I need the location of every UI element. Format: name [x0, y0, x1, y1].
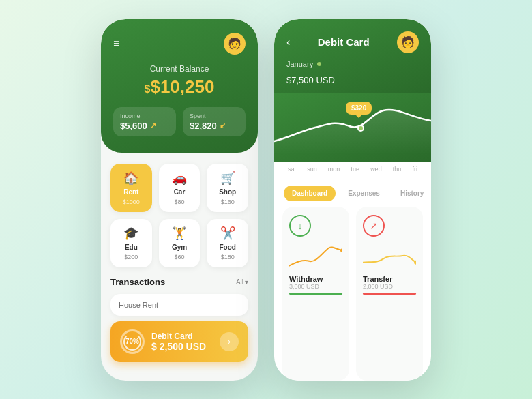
month-label: January — [286, 60, 313, 68]
cat-gym-amount: $60 — [174, 254, 184, 261]
tx-debit-name: Debit Card — [151, 331, 213, 341]
income-label: Income — [120, 113, 169, 119]
cat-rent[interactable]: 🏠 Rent $1000 — [110, 164, 152, 212]
tab-dashboard[interactable]: Dashboard — [284, 186, 336, 201]
spent-box: Spent $2,820 ↙ — [183, 107, 246, 136]
tx-house-rent[interactable]: House Rent — [110, 294, 248, 316]
withdraw-chart — [289, 242, 342, 269]
phones-container: ≡ 🧑 Current Balance $$10,250 Income $5,6… — [101, 19, 431, 381]
transfer-chart — [363, 242, 416, 269]
all-filter[interactable]: All ▾ — [236, 278, 248, 286]
cat-car-name: Car — [174, 188, 186, 196]
transfer-icon: ↗ — [363, 215, 385, 237]
spent-label: Spent — [190, 113, 239, 119]
cat-shop-name: Shop — [219, 188, 236, 196]
shop-icon: 🛒 — [220, 171, 235, 186]
category-grid: 🏠 Rent $1000 🚗 Car $80 🛒 Shop $160 🎓 Edu… — [101, 153, 258, 274]
day-mon: mon — [328, 166, 340, 173]
spent-down-icon: ↙ — [220, 121, 226, 130]
svg-point-0 — [340, 248, 342, 252]
cat-food[interactable]: ✂️ Food $180 — [207, 219, 248, 267]
edu-icon: 🎓 — [123, 226, 138, 241]
tx-arrow-button[interactable]: › — [220, 332, 239, 351]
withdraw-bar — [289, 293, 342, 295]
cat-rent-name: Rent — [123, 188, 138, 196]
debit-card-title: Debit Card — [318, 36, 370, 48]
food-icon: ✂️ — [220, 226, 235, 241]
tx-info: Debit Card $ 2,500 USD — [151, 331, 213, 352]
cat-food-amount: $180 — [221, 254, 235, 261]
chart-tooltip: $320 — [346, 102, 372, 115]
transactions-title: Transactions — [110, 277, 165, 287]
transfer-card: ↗ Transfer 2,000 USD — [356, 207, 423, 381]
month-dot-icon — [317, 62, 321, 66]
transactions-section: Transactions All ▾ House Rent 70% Debit … — [101, 274, 258, 374]
balance-amount: $$10,250 — [113, 76, 246, 98]
tab-history[interactable]: History — [392, 186, 431, 201]
tx-debit-amount: $ 2,500 USD — [151, 341, 213, 352]
cat-gym-name: Gym — [172, 243, 187, 251]
chart-days-row: sat sun mon tue wed thu fri — [274, 162, 431, 177]
tabs-row: Dashboard Expenses History — [274, 177, 431, 207]
cat-shop-amount: $160 — [221, 198, 235, 205]
withdraw-card: ↓ Withdraw 3,000 USD — [282, 207, 349, 381]
income-spent-row: Income $5,600 ↗ Spent $2,820 ↙ — [113, 107, 246, 136]
tx-debit-card[interactable]: 70% Debit Card $ 2,500 USD › — [110, 321, 248, 362]
income-up-icon: ↗ — [150, 121, 156, 130]
day-thu: thu — [393, 166, 402, 173]
filter-chevron-icon: ▾ — [245, 278, 248, 286]
transfer-label: Transfer — [363, 275, 416, 283]
balance-label: Current Balance — [113, 64, 246, 74]
cat-gym[interactable]: 🏋️ Gym $60 — [159, 219, 201, 267]
day-wed: wed — [370, 166, 382, 173]
transfer-line-chart — [363, 242, 416, 269]
transactions-header: Transactions All ▾ — [110, 277, 248, 287]
right-balance: $7,500 USD — [286, 71, 419, 87]
tab-expenses[interactable]: Expenses — [340, 186, 388, 201]
day-sun: sun — [307, 166, 317, 173]
day-sat: sat — [288, 166, 296, 173]
header-row: ≡ 🧑 — [113, 33, 246, 55]
cat-car[interactable]: 🚗 Car $80 — [159, 164, 201, 212]
menu-icon[interactable]: ≡ — [113, 38, 119, 50]
chart-dot-icon — [357, 125, 364, 132]
right-top-green: ‹ Debit Card 🧑 January $7,500 USD — [274, 19, 431, 93]
cat-edu-amount: $200 — [124, 254, 138, 261]
cat-food-name: Food — [219, 243, 235, 251]
cat-car-amount: $80 — [174, 198, 184, 205]
withdraw-line-chart — [289, 242, 342, 269]
month-row: January — [286, 60, 419, 68]
back-button[interactable]: ‹ — [286, 36, 290, 48]
chart-area: $320 — [274, 93, 431, 162]
income-value: $5,600 ↗ — [120, 121, 169, 131]
avatar[interactable]: 🧑 — [224, 33, 246, 55]
transfer-bar — [363, 293, 416, 295]
tx-house-rent-name: House Rent — [119, 301, 158, 309]
withdraw-amount: 3,000 USD — [289, 283, 342, 290]
car-icon: 🚗 — [172, 171, 187, 186]
gym-icon: 🏋️ — [172, 226, 187, 241]
spent-value: $2,820 ↙ — [190, 121, 239, 131]
income-box: Income $5,600 ↗ — [113, 107, 176, 136]
right-phone: ‹ Debit Card 🧑 January $7,500 USD $320 — [274, 19, 431, 381]
cat-rent-amount: $1000 — [123, 198, 140, 205]
day-fri: fri — [412, 166, 417, 173]
cat-edu-name: Edu — [125, 243, 138, 251]
cat-shop[interactable]: 🛒 Shop $160 — [207, 164, 248, 212]
bottom-white: Dashboard Expenses History ↓ Withdraw 3,… — [274, 177, 431, 381]
rent-icon: 🏠 — [123, 171, 138, 186]
transfer-amount: 2,000 USD — [363, 283, 416, 290]
cards-row: ↓ Withdraw 3,000 USD ↗ — [274, 207, 431, 381]
cat-edu[interactable]: 🎓 Edu $200 — [110, 219, 152, 267]
tx-progress-circle: 70% — [120, 329, 145, 354]
balance-section: ≡ 🧑 Current Balance $$10,250 Income $5,6… — [101, 19, 258, 153]
right-header: ‹ Debit Card 🧑 — [286, 31, 419, 53]
withdraw-label: Withdraw — [289, 275, 342, 283]
left-phone: ≡ 🧑 Current Balance $$10,250 Income $5,6… — [101, 19, 258, 381]
withdraw-icon: ↓ — [289, 215, 311, 237]
right-avatar[interactable]: 🧑 — [397, 31, 419, 53]
day-tue: tue — [351, 166, 359, 173]
